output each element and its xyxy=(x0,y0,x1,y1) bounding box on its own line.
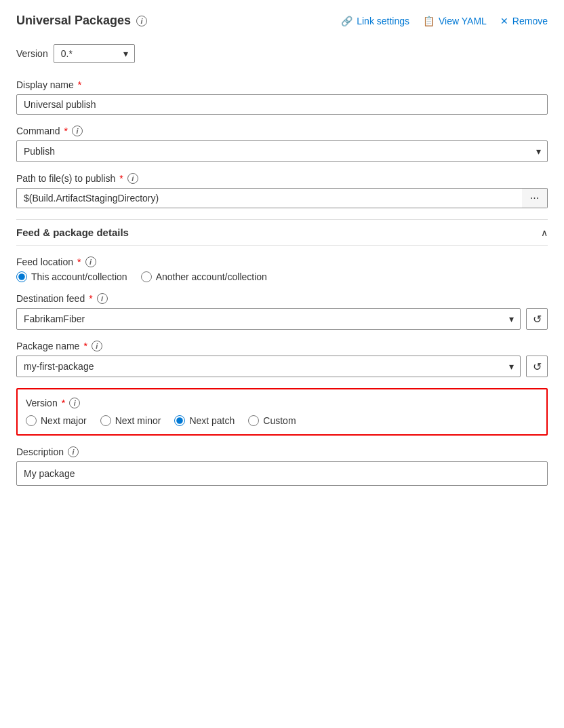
feed-location-label: Feed location xyxy=(16,256,73,267)
display-name-group: Display name * xyxy=(16,79,548,115)
feed-location-another-label: Another account/collection xyxy=(156,271,267,282)
version-select-wrapper: 0.* 1.* 2.* xyxy=(54,44,135,63)
destination-feed-group: Destination feed * i FabrikamFiber ↺ xyxy=(16,293,548,330)
link-icon: 🔗 xyxy=(341,16,352,26)
link-settings-label: Link settings xyxy=(357,16,409,26)
path-info-icon[interactable]: i xyxy=(127,173,138,184)
command-label-row: Command * i xyxy=(16,126,548,136)
version-next-major-label: Next major xyxy=(41,415,87,426)
path-input[interactable] xyxy=(16,188,522,208)
feed-location-this-label: This account/collection xyxy=(31,271,127,282)
header-left: Universal Packages i xyxy=(16,14,147,28)
description-input[interactable] xyxy=(16,461,548,486)
description-label-row: Description i xyxy=(16,446,548,457)
version-row-label: Version xyxy=(16,48,48,59)
destination-feed-field-wrapper: FabrikamFiber ↺ xyxy=(16,308,548,330)
version-custom-radio[interactable] xyxy=(248,415,259,426)
feed-location-this-radio[interactable] xyxy=(16,271,27,282)
destination-feed-select[interactable]: FabrikamFiber xyxy=(16,308,521,330)
feed-location-label-row: Feed location * i xyxy=(16,256,548,267)
feed-location-another-radio[interactable] xyxy=(141,271,152,282)
version-next-patch-option[interactable]: Next patch xyxy=(174,415,235,426)
version-field-label: Version xyxy=(26,398,58,408)
feed-location-required: * xyxy=(77,256,81,267)
view-yaml-label: View YAML xyxy=(439,16,487,26)
command-required: * xyxy=(64,126,68,136)
feed-package-section-title: Feed & package details xyxy=(16,227,129,238)
feed-location-radio-group: This account/collection Another account/… xyxy=(16,271,548,282)
version-field-info-icon[interactable]: i xyxy=(69,398,80,408)
version-field-label-row: Version * i xyxy=(26,398,538,408)
feed-location-group: Feed location * i This account/collectio… xyxy=(16,256,548,282)
package-name-label: Package name xyxy=(16,341,79,351)
destination-feed-required: * xyxy=(89,293,92,304)
page-header: Universal Packages i 🔗 Link settings 📋 V… xyxy=(16,14,548,28)
view-yaml-button[interactable]: 📋 View YAML xyxy=(423,16,487,26)
package-name-field-wrapper: my-first-package ↺ xyxy=(16,356,548,377)
destination-feed-refresh-button[interactable]: ↺ xyxy=(526,308,548,330)
display-name-input[interactable] xyxy=(16,94,548,115)
version-next-patch-label: Next patch xyxy=(189,415,235,426)
destination-feed-select-wrapper: FabrikamFiber xyxy=(16,308,521,330)
path-required: * xyxy=(119,173,123,184)
link-settings-button[interactable]: 🔗 Link settings xyxy=(341,16,409,26)
remove-button[interactable]: ✕ Remove xyxy=(500,16,548,26)
version-section: Version * i Next major Next minor Next p… xyxy=(16,388,548,436)
command-info-icon[interactable]: i xyxy=(72,126,83,136)
path-ellipsis-button[interactable]: ··· xyxy=(522,188,548,208)
version-field-required: * xyxy=(62,398,65,408)
display-name-label-row: Display name * xyxy=(16,79,548,90)
description-group: Description i xyxy=(16,446,548,486)
version-next-minor-radio[interactable] xyxy=(100,415,111,426)
version-custom-option[interactable]: Custom xyxy=(248,415,296,426)
package-name-group: Package name * i my-first-package ↺ xyxy=(16,341,548,377)
command-label: Command xyxy=(16,126,60,136)
version-next-minor-option[interactable]: Next minor xyxy=(100,415,161,426)
description-label: Description xyxy=(16,446,64,457)
feed-location-another-option[interactable]: Another account/collection xyxy=(141,271,267,282)
feed-location-info-icon[interactable]: i xyxy=(85,256,96,267)
feed-package-section-header: Feed & package details ∧ xyxy=(16,219,548,246)
version-custom-label: Custom xyxy=(263,415,296,426)
version-radio-group: Next major Next minor Next patch Custom xyxy=(26,415,538,426)
path-label-row: Path to file(s) to publish * i xyxy=(16,173,548,184)
description-info-icon[interactable]: i xyxy=(68,446,79,457)
destination-feed-label: Destination feed xyxy=(16,293,85,304)
path-label: Path to file(s) to publish xyxy=(16,173,115,184)
package-name-required: * xyxy=(83,341,87,351)
package-name-select[interactable]: my-first-package xyxy=(16,356,521,377)
destination-feed-label-row: Destination feed * i xyxy=(16,293,548,304)
chevron-up-icon[interactable]: ∧ xyxy=(541,227,548,238)
version-next-major-option[interactable]: Next major xyxy=(26,415,87,426)
version-select[interactable]: 0.* 1.* 2.* xyxy=(54,44,135,63)
version-next-major-radio[interactable] xyxy=(26,415,37,426)
feed-location-this-option[interactable]: This account/collection xyxy=(16,271,127,282)
command-select[interactable]: Publish Download xyxy=(16,140,548,162)
display-name-required: * xyxy=(78,79,81,90)
page-title: Universal Packages xyxy=(16,14,131,28)
package-name-select-wrapper: my-first-package xyxy=(16,356,521,377)
package-name-info-icon[interactable]: i xyxy=(92,341,102,351)
command-group: Command * i Publish Download xyxy=(16,126,548,162)
remove-icon: ✕ xyxy=(500,16,508,26)
package-name-refresh-button[interactable]: ↺ xyxy=(526,356,548,377)
display-name-label: Display name xyxy=(16,79,74,90)
path-input-group: ··· xyxy=(16,188,548,208)
header-actions: 🔗 Link settings 📋 View YAML ✕ Remove xyxy=(341,16,548,26)
version-row: Version 0.* 1.* 2.* xyxy=(16,44,548,63)
version-next-minor-label: Next minor xyxy=(115,415,161,426)
path-group: Path to file(s) to publish * i ··· xyxy=(16,173,548,208)
destination-feed-info-icon[interactable]: i xyxy=(97,293,108,304)
remove-label: Remove xyxy=(512,16,548,26)
version-next-patch-radio[interactable] xyxy=(174,415,185,426)
title-info-icon[interactable]: i xyxy=(136,16,147,26)
package-name-label-row: Package name * i xyxy=(16,341,548,351)
command-select-wrapper: Publish Download xyxy=(16,140,548,162)
yaml-icon: 📋 xyxy=(423,16,435,26)
